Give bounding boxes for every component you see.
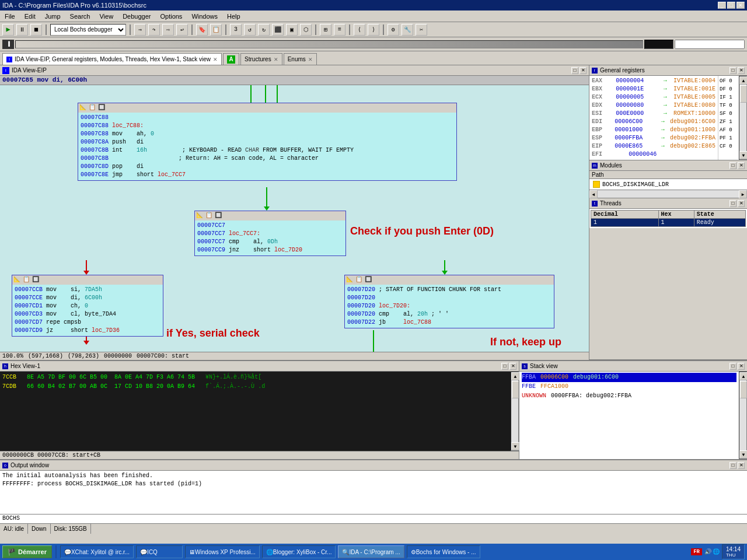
tab-a[interactable]: A [223, 53, 239, 65]
ida-graph: 📐 📋 🔲 00007C88 00007C88 loc_7C88: 00007C… [0, 85, 589, 352]
tb1[interactable]: ⇒ [134, 24, 146, 36]
modules-col-path: Path [592, 172, 604, 178]
close-button[interactable]: ✕ [736, 2, 745, 9]
tab-enums[interactable]: Enums ✕ [284, 53, 317, 65]
tab-enums-close[interactable]: ✕ [308, 57, 313, 62]
taskbar-item-blogger[interactable]: 🌐 Blogger: XyliBox - Cr... [262, 545, 336, 558]
tb9[interactable]: ↻ [258, 24, 270, 36]
module-row-1[interactable]: BOCHS_DISKIMAGE_LDR [592, 180, 745, 188]
tb8[interactable]: ↺ [244, 24, 256, 36]
tb18[interactable]: 🔧 [402, 24, 413, 36]
tb14[interactable]: ≡ [334, 24, 345, 36]
minimize-button[interactable]: _ [718, 2, 726, 9]
output-title: Output window [11, 462, 49, 468]
hex-scroll-up[interactable]: ▲ [511, 372, 519, 380]
tb3[interactable]: ⇨ [162, 24, 174, 36]
taskbar-item-winxp[interactable]: 🖥 Windows XP Professi... [185, 545, 260, 558]
code-block-7cc7[interactable]: 📐 📋 🔲 00007CC7 00007CC7 loc_7CC7: 00007C… [194, 211, 346, 256]
menu-help[interactable]: Help [225, 13, 243, 20]
stack-view-close[interactable]: ✕ [738, 363, 745, 370]
thread-row-1[interactable]: 1 1 Ready [591, 219, 746, 227]
modules-scrollbar-h[interactable]: ◄ ► [589, 190, 747, 198]
tb12[interactable]: ⬡ [300, 24, 312, 36]
threads-float[interactable]: □ [729, 200, 736, 207]
clock-day: THU [726, 552, 741, 558]
graph-status-bar: 100.0% (597,1668) (798,263) 00000000 000… [0, 352, 589, 360]
stack-view-float[interactable]: □ [729, 363, 736, 370]
menu-search[interactable]: Search [68, 13, 93, 20]
tab-structures-close[interactable]: ✕ [274, 57, 278, 62]
pause-button[interactable]: ⏸ [16, 24, 28, 36]
tb15[interactable]: ⟨ [354, 24, 365, 36]
hex-scroll-thumb[interactable] [512, 381, 519, 398]
output-float[interactable]: □ [729, 462, 736, 469]
debugger-select[interactable]: Local Bochs debugger [50, 24, 126, 36]
hex-scroll-down[interactable]: ▼ [511, 442, 519, 450]
code-block-7d20[interactable]: 📐 📋 🔲 00007D20 ; START OF FUNCTION CHUNK… [344, 275, 554, 328]
stack-scroll-up[interactable]: ▲ [739, 372, 747, 380]
menu-jump[interactable]: Jump [43, 13, 63, 20]
tb6[interactable]: 📋 [210, 24, 222, 36]
taskbar-item-xchat[interactable]: 💬 XChat: Xylitol @ irc.r... [60, 545, 134, 558]
reg-float[interactable]: □ [729, 67, 736, 74]
tb10[interactable]: ⬛ [272, 24, 284, 36]
menu-debugger[interactable]: Debugger [120, 13, 153, 20]
tb5[interactable]: 🔖 [196, 24, 208, 36]
tb2[interactable]: ↷ [148, 24, 160, 36]
output-close[interactable]: ✕ [738, 462, 745, 469]
maximize-button[interactable]: □ [727, 2, 735, 9]
menu-windows[interactable]: Windows [189, 13, 220, 20]
menu-view[interactable]: View [97, 13, 116, 20]
hex-view-float[interactable]: □ [501, 363, 508, 370]
modules-icon: m [592, 163, 598, 169]
ida-view-close[interactable]: ✕ [580, 67, 587, 74]
reg-scrollbar[interactable]: ▲ ▼ [739, 76, 747, 160]
menu-file[interactable]: File [2, 13, 18, 20]
tb17[interactable]: ⚙ [388, 24, 399, 36]
reg-scroll-down[interactable]: ▼ [739, 151, 747, 159]
code-block-7ccb[interactable]: 📐 📋 🔲 00007CCB mov si, 7DA5h 00007CCE mo… [12, 275, 163, 337]
taskbar-item-bochs[interactable]: ⚙ Bochs for Windows - ... [407, 545, 480, 558]
modules-scroll-right[interactable]: ► [739, 190, 747, 198]
toolbar: ▶ ⏸ ⏹ Local Bochs debugger ⇒ ↷ ⇨ ↩ 🔖 📋 3… [0, 22, 747, 37]
stack-scroll-thumb[interactable] [740, 381, 747, 398]
reg-close[interactable]: ✕ [738, 67, 745, 74]
timeline-scrubber[interactable] [15, 40, 643, 48]
cb1-icon3: 🔲 [98, 104, 105, 112]
hex-view-close[interactable]: ✕ [509, 363, 516, 370]
stack-scroll-down[interactable]: ▼ [739, 450, 747, 459]
tab-ida-view[interactable]: i IDA View-EIP, General registers, Modul… [2, 53, 222, 65]
play-button[interactable]: ▶ [2, 24, 14, 36]
reg-scroll-thumb[interactable] [740, 85, 747, 103]
tb13[interactable]: ⊞ [320, 24, 331, 36]
modules-float[interactable]: □ [729, 162, 736, 169]
stack-row-2[interactable]: FFBE FFCA1000 [522, 382, 736, 391]
cb4-line4: 00007D20 cmp al, 20h ; ' ' [347, 310, 551, 318]
tab-structures[interactable]: Structures ✕ [240, 53, 282, 65]
tb16[interactable]: ⟩ [368, 24, 379, 36]
stop-button[interactable]: ⏹ [30, 24, 42, 36]
cb1-line6: 00007C8B ; Return: AH = scan code, AL = … [81, 155, 454, 163]
tb7[interactable]: 3 [230, 24, 242, 36]
tb19[interactable]: ✂ [416, 24, 427, 36]
threads-close[interactable]: ✕ [738, 200, 745, 207]
code-block-7c88[interactable]: 📐 📋 🔲 00007C88 00007C88 loc_7C88: 00007C… [78, 103, 457, 181]
reg-scroll-up[interactable]: ▲ [739, 76, 747, 85]
modules-close[interactable]: ✕ [738, 162, 745, 169]
timeline-input[interactable] [675, 40, 745, 49]
tab-close-main[interactable]: ✕ [213, 57, 218, 62]
hex-scrollbar[interactable]: ▲ ▼ [511, 372, 519, 451]
ida-view-float[interactable]: □ [571, 67, 578, 74]
menu-edit[interactable]: Edit [22, 13, 38, 20]
module-icon-1 [593, 181, 600, 188]
taskbar-item-ida[interactable]: 🔍 IDA - C:\Program ... [338, 545, 404, 558]
start-button[interactable]: 🏴 Démarrer [2, 545, 52, 558]
menu-options[interactable]: Options [158, 13, 184, 20]
stack-scrollbar[interactable]: ▲ ▼ [739, 372, 747, 459]
taskbar-item-icq[interactable]: 💬 ICQ [136, 545, 183, 558]
top-instruction: 00007C85 mov di, 6C00h [2, 76, 87, 83]
tb11[interactable]: ▣ [286, 24, 298, 36]
stack-row-highlight[interactable]: FFBA 00006C00 debug001:6C00 [522, 373, 736, 382]
tb4[interactable]: ↩ [176, 24, 188, 36]
modules-scroll-left[interactable]: ◄ [589, 190, 598, 198]
